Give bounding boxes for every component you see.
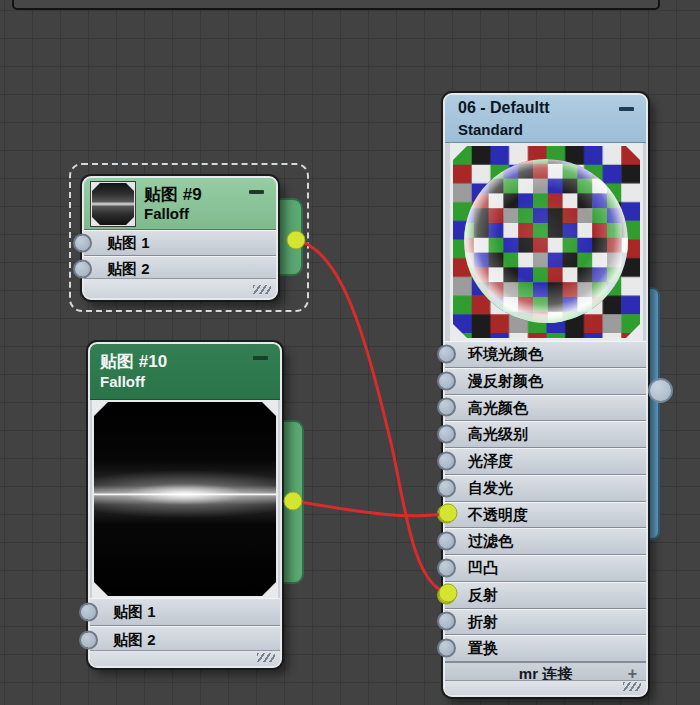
material-footer: [445, 680, 646, 695]
wire-map9-to-reflection[interactable]: [296, 240, 448, 593]
slot-label: 贴图 2: [107, 260, 150, 277]
resize-grip-icon[interactable]: [257, 653, 275, 662]
material-input-row[interactable]: 过滤色: [445, 528, 646, 555]
input-label: 自发光: [468, 479, 513, 496]
input-label: 过滤色: [468, 532, 513, 549]
map10-input-socket-2[interactable]: [79, 630, 98, 649]
material-input-row[interactable]: 漫反射颜色: [445, 368, 646, 395]
input-socket[interactable]: [437, 532, 456, 551]
input-socket[interactable]: [437, 478, 456, 497]
material-input-row[interactable]: 环境光颜色: [445, 341, 646, 368]
input-socket[interactable]: [437, 398, 456, 417]
node-map10-falloff[interactable]: 贴图 #10 Falloff 贴图 1 贴图 2: [88, 342, 282, 668]
map9-type-label: Falloff: [144, 205, 189, 222]
node-material-standard[interactable]: 06 - Defaultt Standard: [443, 93, 648, 697]
material-header[interactable]: 06 - Defaultt Standard: [445, 95, 646, 143]
input-socket-connected[interactable]: [437, 585, 456, 604]
input-socket[interactable]: [437, 371, 456, 390]
input-label: 置换: [468, 639, 498, 656]
map10-input-socket-1[interactable]: [79, 602, 98, 621]
resize-grip-icon[interactable]: [623, 682, 641, 691]
input-socket[interactable]: [437, 451, 456, 470]
minimize-icon[interactable]: [249, 190, 264, 194]
input-label: 高光颜色: [468, 399, 528, 416]
falloff-preview-large: [94, 402, 276, 596]
wire-map10-to-opacity[interactable]: [293, 501, 448, 516]
map9-title: 贴图 #9: [144, 183, 202, 206]
resize-grip-icon[interactable]: [253, 285, 271, 294]
map9-footer: [84, 278, 276, 298]
map10-slot-row[interactable]: 贴图 1: [90, 598, 280, 626]
input-label: 折射: [468, 613, 498, 630]
material-input-row[interactable]: 折射: [445, 609, 646, 636]
material-type-label: Standard: [458, 121, 523, 138]
input-label: 不透明度: [468, 506, 528, 523]
input-socket[interactable]: [437, 558, 456, 577]
input-socket[interactable]: [437, 344, 456, 363]
map9-input-socket-1[interactable]: [73, 233, 92, 252]
map10-title: 贴图 #10: [100, 350, 167, 373]
material-output-socket[interactable]: [648, 378, 673, 403]
map9-header[interactable]: 贴图 #9 Falloff: [84, 178, 276, 230]
slot-label: 贴图 2: [113, 631, 156, 648]
material-title: 06 - Defaultt: [458, 99, 550, 117]
input-socket[interactable]: [437, 425, 456, 444]
node-map9-falloff[interactable]: 贴图 #9 Falloff 贴图 1 贴图 2: [82, 176, 278, 300]
map9-slot-row[interactable]: 贴图 1: [84, 230, 276, 256]
falloff-preview-small: [92, 183, 134, 225]
input-label: 高光级别: [468, 425, 528, 442]
map9-thumbnail: [90, 181, 136, 227]
map10-type-label: Falloff: [100, 373, 145, 390]
map9-output-tab[interactable]: [275, 198, 303, 276]
material-input-row[interactable]: 不透明度: [445, 502, 646, 529]
map9-input-socket-2[interactable]: [73, 259, 92, 278]
slot-label: 贴图 1: [113, 603, 156, 620]
input-label: 漫反射颜色: [468, 372, 543, 389]
material-input-row[interactable]: 光泽度: [445, 448, 646, 475]
material-input-row[interactable]: 高光级别: [445, 421, 646, 448]
map10-header[interactable]: 贴图 #10 Falloff: [90, 344, 280, 400]
input-label: 光泽度: [468, 452, 513, 469]
material-input-row[interactable]: 高光颜色: [445, 395, 646, 422]
material-input-row[interactable]: 置换: [445, 635, 646, 662]
map10-footer: [90, 650, 280, 666]
input-label: 环境光颜色: [468, 345, 543, 362]
minimize-icon[interactable]: [619, 107, 634, 111]
material-input-row[interactable]: 自发光: [445, 475, 646, 502]
input-label: 凹凸: [468, 559, 498, 576]
material-preview-frame: [450, 143, 643, 341]
input-socket[interactable]: [437, 612, 456, 631]
offscreen-node-bottom-edge: [12, 0, 660, 10]
material-sphere-preview: [453, 146, 640, 338]
minimize-icon[interactable]: [253, 356, 268, 360]
input-socket[interactable]: [437, 639, 456, 658]
node-editor-canvas[interactable]: 贴图 #9 Falloff 贴图 1 贴图 2 贴图 #10 Falloff: [0, 0, 700, 705]
input-label: 反射: [468, 586, 498, 603]
slot-label: 贴图 1: [107, 234, 150, 251]
map10-preview-frame: [92, 400, 278, 598]
material-input-row[interactable]: 反射: [445, 582, 646, 609]
material-input-row[interactable]: 凹凸: [445, 555, 646, 582]
